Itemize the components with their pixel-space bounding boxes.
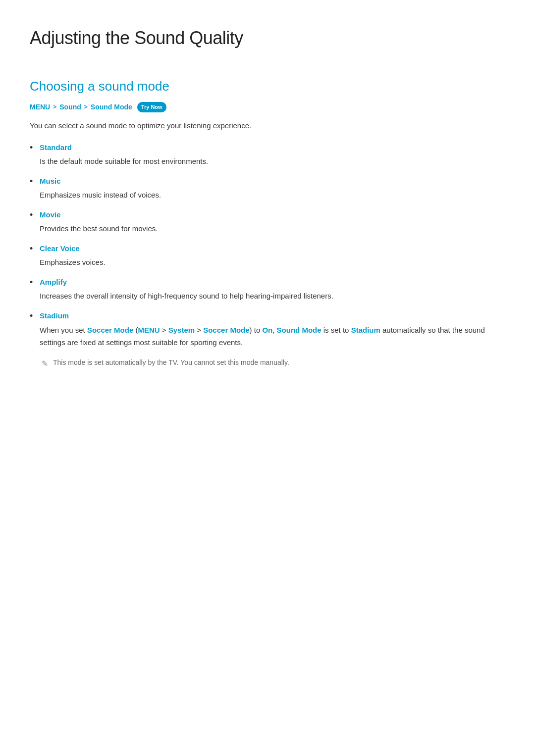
- breadcrumb: MENU > Sound > Sound Mode Try Now: [30, 101, 505, 112]
- inline-link-soccer-mode: Soccer Mode: [87, 326, 133, 334]
- inline-link-soccer-mode-2: Soccer Mode: [203, 326, 249, 334]
- note-icon: ✎: [42, 357, 48, 370]
- intro-text: You can select a sound mode to optimize …: [30, 120, 505, 132]
- breadcrumb-sound: Sound: [59, 101, 81, 112]
- list-item-stadium: Stadium When you set Soccer Mode (MENU >…: [30, 310, 505, 370]
- mode-name-clear-voice: Clear Voice: [40, 243, 505, 254]
- sound-modes-list: Standard Is the default mode suitable fo…: [30, 142, 505, 370]
- mode-desc-standard: Is the default mode suitable for most en…: [40, 155, 505, 167]
- inline-link-menu: MENU: [138, 326, 160, 334]
- list-item-music: Music Emphasizes music instead of voices…: [30, 175, 505, 201]
- breadcrumb-separator-1: >: [53, 102, 56, 112]
- mode-desc-clear-voice: Emphasizes voices.: [40, 256, 505, 268]
- breadcrumb-sound-mode: Sound Mode: [91, 101, 132, 112]
- mode-name-stadium: Stadium: [40, 310, 505, 322]
- mode-name-movie: Movie: [40, 209, 505, 221]
- inline-link-sound-mode: Sound Mode: [277, 326, 321, 334]
- mode-name-amplify: Amplify: [40, 276, 505, 288]
- arrow-1: >: [162, 326, 166, 334]
- inline-link-on: On: [262, 326, 272, 334]
- list-item-clear-voice: Clear Voice Emphasizes voices.: [30, 243, 505, 268]
- inline-link-stadium: Stadium: [351, 326, 380, 334]
- mode-name-standard: Standard: [40, 142, 505, 153]
- note-box: ✎ This mode is set automatically by the …: [40, 357, 505, 370]
- page-title: Adjusting the Sound Quality: [30, 24, 505, 52]
- inline-link-system: System: [168, 326, 195, 334]
- mode-desc-music: Emphasizes music instead of voices.: [40, 189, 505, 201]
- list-item-movie: Movie Provides the best sound for movies…: [30, 209, 505, 235]
- breadcrumb-separator-2: >: [84, 102, 88, 112]
- try-now-badge[interactable]: Try Now: [137, 102, 166, 113]
- section-title: Choosing a sound mode: [30, 76, 505, 97]
- arrow-2: >: [197, 326, 201, 334]
- breadcrumb-menu: MENU: [30, 101, 50, 112]
- mode-desc-amplify: Increases the overall intensity of high-…: [40, 290, 505, 302]
- mode-desc-movie: Provides the best sound for movies.: [40, 223, 505, 235]
- mode-desc-stadium: When you set Soccer Mode (MENU > System …: [40, 326, 485, 347]
- mode-name-music: Music: [40, 175, 505, 187]
- list-item-standard: Standard Is the default mode suitable fo…: [30, 142, 505, 167]
- note-text: This mode is set automatically by the TV…: [53, 357, 289, 368]
- list-item-amplify: Amplify Increases the overall intensity …: [30, 276, 505, 302]
